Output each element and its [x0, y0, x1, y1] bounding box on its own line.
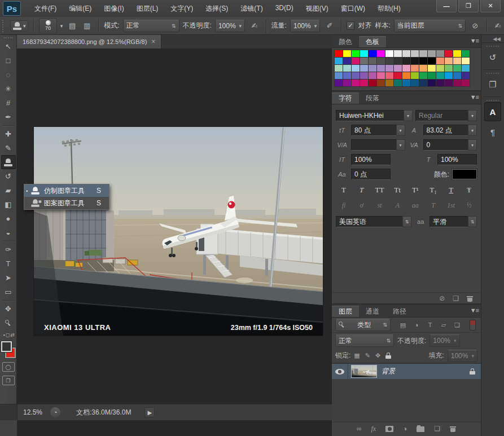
- swatch-24[interactable]: [402, 58, 410, 64]
- swatch-60[interactable]: [436, 72, 444, 79]
- healing-brush-tool[interactable]: ✚: [1, 127, 16, 141]
- swatch-15[interactable]: [462, 50, 470, 57]
- menu-layer[interactable]: 图层(L): [131, 2, 164, 16]
- add-layer-mask-icon[interactable]: [385, 426, 393, 432]
- close-button[interactable]: ✕: [480, 0, 501, 12]
- swatch-2[interactable]: [352, 50, 360, 57]
- font-style-dropdown[interactable]: ▾: [468, 110, 477, 121]
- superscript-button[interactable]: T¹: [409, 185, 422, 195]
- path-select-tool[interactable]: ➤: [1, 271, 16, 285]
- swash-button[interactable]: A: [391, 200, 404, 210]
- swatch-19[interactable]: [360, 58, 368, 64]
- new-group-icon[interactable]: [417, 426, 424, 432]
- swatch-4[interactable]: [369, 50, 376, 57]
- swatch-55[interactable]: [394, 72, 402, 79]
- swatch-17[interactable]: [343, 58, 351, 64]
- filter-smart-objects-icon[interactable]: ❏: [453, 322, 462, 329]
- swatch-30[interactable]: [453, 58, 461, 64]
- eraser-tool[interactable]: ▰: [1, 183, 16, 197]
- menu-3d[interactable]: 3D(D): [270, 2, 299, 16]
- horizontal-scale-field[interactable]: 100%: [437, 154, 477, 165]
- filter-type-layers-icon[interactable]: T: [426, 322, 435, 328]
- menu-edit[interactable]: 编辑(E): [63, 2, 97, 16]
- ignore-adjustment-layers-icon[interactable]: ⊘: [469, 20, 481, 32]
- history-brush-tool[interactable]: ↺: [1, 169, 16, 183]
- titling-alternates-button[interactable]: T: [427, 200, 440, 210]
- font-size-field[interactable]: 80 点: [351, 125, 396, 136]
- layer-opacity-dropdown[interactable]: 100% ▾: [430, 334, 459, 347]
- character-panel-icon[interactable]: A: [484, 102, 501, 121]
- tab-swatches[interactable]: 色板: [359, 36, 386, 47]
- panel-menu-icon[interactable]: ▼≡: [470, 94, 479, 100]
- visibility-cell[interactable]: [332, 364, 348, 379]
- swatch-29[interactable]: [445, 58, 453, 64]
- swatch-57[interactable]: [411, 72, 419, 79]
- swatch-63[interactable]: [462, 72, 470, 79]
- language-dropdown[interactable]: ⇅: [402, 216, 411, 227]
- swatch-35[interactable]: [360, 65, 368, 72]
- lock-pixels-icon[interactable]: ✎: [365, 352, 370, 359]
- leading-field[interactable]: 83.02 点: [423, 125, 468, 136]
- swatch-54[interactable]: [385, 72, 393, 79]
- swatch-52[interactable]: [369, 72, 376, 79]
- menu-file[interactable]: 文件(F): [29, 2, 62, 16]
- leading-dropdown[interactable]: ▾: [468, 125, 477, 136]
- swatch-22[interactable]: [385, 58, 393, 64]
- flyout-item-clone-stamp[interactable]: ▪ 仿制图章工具 S: [24, 184, 109, 197]
- photo-canvas[interactable]: XIAOMI 13 ULTRA 23mm f/1.9 1/764s ISO50: [34, 127, 323, 336]
- swatch-16[interactable]: [335, 58, 343, 64]
- swatch-23[interactable]: [394, 58, 402, 64]
- screen-mode-button[interactable]: ❐: [2, 376, 15, 385]
- swatch-10[interactable]: [419, 50, 427, 57]
- swatch-27[interactable]: [428, 58, 436, 64]
- swatch-62[interactable]: [453, 72, 461, 79]
- swatch-46[interactable]: [453, 65, 461, 72]
- menu-view[interactable]: 视图(V): [300, 2, 334, 16]
- canvas-area[interactable]: XIAOMI 13 ULTRA 23mm f/1.9 1/764s ISO50 …: [17, 49, 332, 420]
- faux-bold-button[interactable]: T: [338, 185, 350, 195]
- tab-layers[interactable]: 图层: [332, 306, 359, 317]
- swatch-64[interactable]: [335, 80, 343, 86]
- kerning-field[interactable]: [351, 139, 396, 151]
- blend-mode-dropdown[interactable]: 正常 ⇅: [335, 334, 394, 347]
- swatch-79[interactable]: [462, 80, 470, 86]
- small-caps-button[interactable]: Tt: [391, 185, 404, 195]
- panel-menu-icon[interactable]: ▼≡: [470, 37, 479, 44]
- lock-all-icon[interactable]: [385, 353, 391, 359]
- quick-mask-button[interactable]: ◯: [2, 362, 15, 372]
- eyedropper-tool[interactable]: ✒: [1, 110, 16, 124]
- swatch-49[interactable]: [343, 72, 351, 79]
- menu-window[interactable]: 窗口(W): [335, 2, 371, 16]
- tab-color[interactable]: 颜色: [332, 36, 359, 47]
- swatch-6[interactable]: [385, 50, 393, 57]
- panel-menu-icon[interactable]: ▼≡: [470, 307, 479, 314]
- default-and-swap-colors-icon[interactable]: ▪◻⇄: [3, 332, 14, 338]
- swatch-39[interactable]: [394, 65, 402, 72]
- type-tool[interactable]: T: [1, 257, 16, 271]
- swatch-75[interactable]: [428, 80, 436, 86]
- new-layer-icon[interactable]: ❏: [434, 425, 440, 433]
- status-flyout-arrow[interactable]: ▶: [144, 407, 155, 417]
- swatch-28[interactable]: [436, 58, 444, 64]
- fractions-button[interactable]: ½: [463, 200, 475, 210]
- shape-tool[interactable]: ▭: [1, 285, 16, 299]
- tab-paths[interactable]: 路径: [386, 306, 413, 317]
- antialias-field[interactable]: 平滑: [430, 216, 468, 227]
- zoom-level-field[interactable]: 12.5%: [23, 408, 42, 416]
- swatch-74[interactable]: [419, 80, 427, 86]
- delete-item-icon[interactable]: [467, 295, 473, 302]
- dodge-tool[interactable]: ◒: [1, 226, 16, 240]
- move-tool[interactable]: ↖: [1, 39, 16, 54]
- swatch-42[interactable]: [419, 65, 427, 72]
- swatch-13[interactable]: [445, 50, 453, 57]
- subscript-button[interactable]: T₁: [427, 185, 440, 195]
- filter-adjustment-layers-icon[interactable]: ◑: [412, 322, 421, 328]
- swatch-69[interactable]: [377, 80, 385, 86]
- swatch-47[interactable]: [462, 65, 470, 72]
- magic-wand-tool[interactable]: ✳: [1, 82, 16, 96]
- delete-layer-icon[interactable]: [450, 425, 456, 432]
- swatch-38[interactable]: [385, 65, 393, 72]
- swatch-66[interactable]: [352, 80, 360, 86]
- menu-help[interactable]: 帮助(H): [372, 2, 406, 16]
- fill-dropdown[interactable]: 100% ▾: [448, 350, 477, 362]
